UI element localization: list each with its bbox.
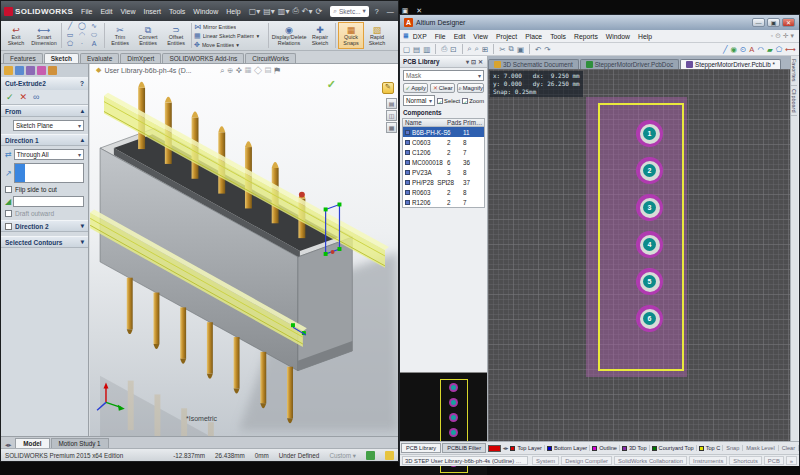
search-box[interactable]: ⌕ Sketc... ▾ — [330, 6, 369, 17]
minimize-button[interactable]: — — [385, 8, 396, 15]
bottom-tab-pcblib-filter[interactable]: PCBLIB Filter — [442, 443, 486, 453]
pad-1[interactable]: 1 — [636, 120, 663, 147]
tab-pcbdoc[interactable]: StepperMotorDriver.PcbDoc — [580, 59, 679, 69]
select-checkbox[interactable]: ✓ Select — [437, 98, 460, 104]
move-entities-button[interactable]: ✥ Move Entities ▾ — [194, 40, 266, 49]
table-row[interactable]: R1206 2 7 — [403, 197, 484, 207]
place-arc-icon[interactable]: ◠ — [757, 45, 764, 54]
rebuild-icon[interactable]: ⟳ — [316, 7, 323, 16]
place-polygon-icon[interactable]: ⬠ — [776, 45, 783, 54]
right-tab-clipboard[interactable]: Clipboard — [791, 86, 797, 117]
pcb-button[interactable]: PCB — [764, 456, 784, 465]
help-icon[interactable]: ? — [373, 8, 381, 15]
section-selected-contours[interactable]: Selected Contours ▾ — [1, 236, 88, 248]
new-doc-icon[interactable]: ▢▾ — [249, 7, 261, 16]
undo-icon[interactable]: ↶ — [535, 45, 541, 54]
restore-button[interactable]: ▣ — [767, 18, 780, 27]
ellipse-icon[interactable]: ⬭ — [88, 31, 100, 40]
featuremanager-tree-icon[interactable] — [4, 66, 13, 75]
save-icon[interactable]: ▥▾ — [278, 7, 290, 16]
menu-tools[interactable]: Tools — [165, 7, 189, 16]
from-combo[interactable]: Sketch Plane ▾ — [13, 120, 84, 131]
clear-button[interactable]: ✕ Clear — [430, 83, 455, 93]
ok-button[interactable]: ✓ — [6, 92, 14, 102]
table-row[interactable]: R0603 2 8 — [403, 187, 484, 197]
flip-side-checkbox[interactable]: Flip side to cut — [5, 186, 84, 193]
print-icon[interactable]: ⎙ — [292, 6, 298, 16]
offset-entities-button[interactable]: ⊃ Offset Entities — [163, 22, 189, 49]
magnify-button[interactable]: ⌕ Magnify — [457, 83, 484, 93]
exit-sketch-button[interactable]: ↩ Exit Sketch — [3, 22, 29, 49]
place-fill-icon[interactable]: ▰ — [767, 45, 773, 54]
linear-sketch-pattern-button[interactable]: ▦ Linear Sketch Pattern ▾ — [194, 31, 266, 40]
place-pad-icon[interactable]: ◉ — [731, 45, 738, 54]
apply-button[interactable]: ✓ Apply — [403, 83, 428, 93]
confirmation-corner-check[interactable]: ✓ — [327, 78, 336, 91]
table-row[interactable]: C1206 2 7 — [403, 147, 484, 157]
zoom-fit-icon[interactable]: ⌕ — [475, 44, 479, 54]
close-button[interactable]: ✕ — [782, 18, 795, 27]
solidworks-collaboration-button[interactable]: SolidWorks Collaboration — [614, 456, 687, 465]
table-row[interactable]: MC000018 6 36 — [403, 157, 484, 167]
menu-tools[interactable]: Tools — [546, 33, 570, 40]
pcb-canvas[interactable]: 1 2 3 4 5 6 x: 7.000 dx: 9.250 mm y: 0.0… — [488, 69, 792, 441]
tab-model[interactable]: Model — [15, 438, 49, 448]
dimxpert-manager-icon[interactable] — [37, 66, 46, 75]
tab-dimxpert[interactable]: DimXpert — [120, 53, 161, 63]
layer-tab-top[interactable]: Top Layer — [508, 445, 545, 451]
help-icon[interactable]: ? — [80, 80, 84, 87]
layer-tab-outline[interactable]: Outline — [590, 445, 620, 451]
pin-icon[interactable]: ⊡ — [470, 58, 477, 65]
direction-reference-box[interactable] — [14, 163, 84, 183]
tab-pcblib[interactable]: StepperMotorDriver.PcbLib * — [680, 59, 781, 69]
place-dimension-icon[interactable]: ⟷ — [785, 45, 796, 54]
pad-4[interactable]: 4 — [636, 231, 663, 258]
propertymanager-icon[interactable] — [15, 66, 24, 75]
circle-icon[interactable]: ◯ — [76, 22, 88, 31]
draft-outward-checkbox[interactable]: Draft outward — [5, 210, 84, 217]
tab-circuitworks[interactable]: CircuitWorks — [245, 53, 296, 63]
design-compiler-button[interactable]: Design Compiler — [561, 456, 612, 465]
tab-sketch[interactable]: Sketch — [44, 53, 79, 63]
menu-help[interactable]: Help — [222, 7, 244, 16]
preview-icon[interactable]: ⊡ — [450, 45, 456, 54]
layer-tab-3d-top[interactable]: 3D Top — [620, 445, 650, 451]
tab-motion-study[interactable]: Motion Study 1 — [51, 438, 109, 448]
tab-scroll-icons[interactable]: ◂▸ — [1, 441, 15, 448]
panel-button-2[interactable]: ◫ — [386, 110, 397, 121]
menu-window[interactable]: Window — [189, 7, 222, 16]
pad-2[interactable]: 2 — [636, 157, 663, 184]
mask-combo[interactable]: Mask ▾ — [403, 70, 484, 81]
clear-button[interactable]: Clear — [779, 445, 799, 451]
menu-insert[interactable]: Insert — [140, 7, 166, 16]
menu-view[interactable]: View — [116, 7, 139, 16]
panel-button-3[interactable]: ▦ — [386, 122, 397, 133]
display-manager-icon[interactable] — [48, 66, 57, 75]
point-icon[interactable]: · — [76, 40, 88, 49]
minimize-button[interactable]: — — [752, 18, 765, 27]
status-tag-icon[interactable] — [385, 451, 394, 460]
rapid-sketch-button[interactable]: ▧ Rapid Sketch — [364, 22, 390, 49]
confirmation-corner-sketch-icon[interactable]: ✎ — [382, 82, 394, 94]
open-icon[interactable]: ▤ — [413, 45, 420, 54]
copy-icon[interactable]: ⧉ — [509, 44, 514, 54]
preview-glasses-icon[interactable]: ∞ — [33, 92, 39, 102]
units-dropdown[interactable]: Custom ▾ — [329, 452, 356, 459]
place-via-icon[interactable]: ⊙ — [740, 45, 746, 54]
mirror-entities-button[interactable]: ⋈ Mirror Entities — [194, 22, 266, 31]
checkbox-icon[interactable] — [5, 223, 12, 230]
3d-model-connector[interactable] — [90, 64, 398, 436]
tab-schematic-doc[interactable]: 3D Schematic Document — [488, 59, 579, 69]
pad-5[interactable]: 5 — [636, 268, 663, 295]
draft-icon[interactable]: ◢ — [5, 197, 11, 206]
mask-level-button[interactable]: Mask Level — [743, 445, 778, 451]
section-direction1[interactable]: Direction 1 ▴ — [1, 134, 88, 146]
table-row[interactable]: PH/P28_SPL8 28 37 — [403, 177, 484, 187]
paste-icon[interactable]: ▣ — [517, 45, 524, 54]
trim-entities-button[interactable]: ✂ Trim Entities — [107, 22, 133, 49]
place-line-icon[interactable]: ╱ — [723, 45, 728, 54]
menu-project[interactable]: Project — [492, 33, 521, 40]
menu-edit[interactable]: Edit — [450, 33, 470, 40]
table-header[interactable]: Name Pads Primitiv — [403, 119, 484, 127]
shortcuts-button[interactable]: Shortcuts — [729, 456, 762, 465]
